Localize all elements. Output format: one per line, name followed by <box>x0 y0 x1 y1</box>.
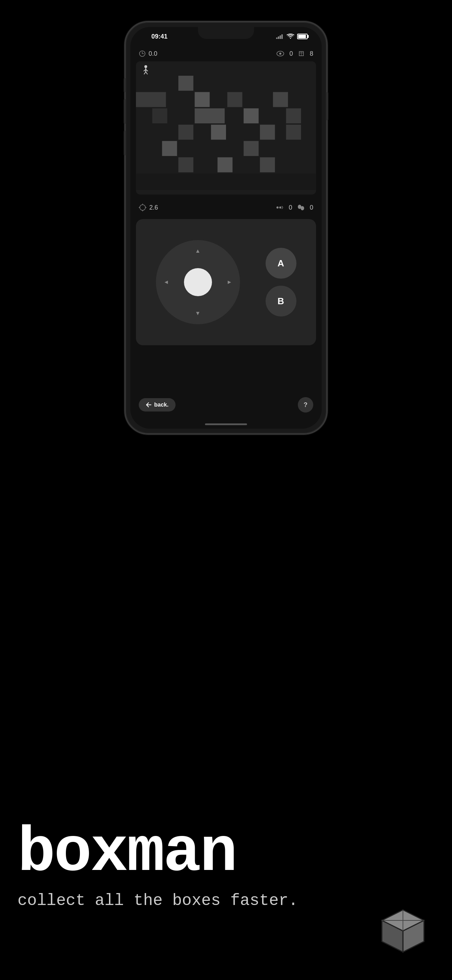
phone-screen: 09:41 <box>131 27 321 429</box>
volume-down-button <box>124 131 126 155</box>
svg-line-35 <box>146 72 148 74</box>
box-logo <box>375 903 431 959</box>
svg-point-6 <box>279 52 282 55</box>
timer-icon <box>139 50 146 57</box>
svg-rect-22 <box>260 125 275 140</box>
timer-value: 0.0 <box>148 50 157 57</box>
crosshair-value: 2.6 <box>149 204 158 212</box>
back-arrow-icon <box>146 402 151 407</box>
btn-b[interactable]: B <box>266 286 296 317</box>
bullets-icon <box>276 204 284 211</box>
home-indicator <box>205 423 247 425</box>
dpad[interactable]: ▲ ▼ ◄ ► <box>156 240 240 324</box>
svg-line-34 <box>144 72 146 74</box>
bottom-nav: back. ? <box>131 395 321 415</box>
mute-button <box>124 78 126 92</box>
battery-fill <box>298 35 306 38</box>
status-time: 09:41 <box>151 33 167 40</box>
boxes-value: 8 <box>310 50 313 57</box>
crosshair-icon <box>139 204 146 212</box>
wifi-icon <box>286 33 294 39</box>
svg-point-44 <box>301 206 304 210</box>
app-title: boxman <box>18 822 434 885</box>
hud-timer: 0.0 <box>139 50 157 57</box>
eyes-icon <box>276 51 285 57</box>
game-grid <box>136 61 316 194</box>
dpad-center <box>184 268 212 296</box>
hud-items: 0 0 <box>276 204 313 212</box>
help-button[interactable]: ? <box>298 397 313 412</box>
svg-rect-29 <box>136 173 316 190</box>
hud-right: 0 8 <box>276 50 313 57</box>
svg-rect-14 <box>228 92 242 107</box>
power-button <box>326 92 328 120</box>
svg-rect-19 <box>286 108 301 123</box>
controller-area: ▲ ▼ ◄ ► A B <box>136 219 316 345</box>
svg-rect-2 <box>280 35 281 39</box>
svg-point-30 <box>144 65 147 68</box>
app-subtitle: collect all the boxes faster. <box>18 892 434 910</box>
svg-rect-28 <box>260 158 275 172</box>
notch <box>198 27 254 39</box>
game-hud-top: 0.0 0 8 <box>131 46 321 61</box>
battery-icon <box>297 33 308 39</box>
svg-rect-13 <box>195 92 210 107</box>
signal-icon <box>276 34 284 39</box>
svg-rect-20 <box>178 125 193 140</box>
svg-rect-12 <box>136 92 166 107</box>
svg-rect-18 <box>244 108 259 123</box>
eyes-value: 0 <box>290 50 293 57</box>
action-buttons: A B <box>266 248 296 317</box>
status-icons <box>276 33 308 39</box>
dots-value: 0 <box>289 204 292 212</box>
footsteps-icon <box>297 204 305 211</box>
svg-rect-25 <box>244 141 259 156</box>
svg-rect-1 <box>278 37 279 39</box>
hud-crosshair: 2.6 <box>139 204 158 212</box>
back-button[interactable]: back. <box>139 398 175 412</box>
svg-point-42 <box>279 207 282 208</box>
back-label: back. <box>154 402 169 408</box>
app-branding: boxman collect all the boxes faster. <box>0 822 452 910</box>
btn-a[interactable]: A <box>266 248 296 278</box>
svg-rect-27 <box>218 158 232 172</box>
svg-rect-24 <box>162 141 177 156</box>
footsteps-value: 0 <box>310 204 313 212</box>
svg-rect-3 <box>282 34 283 39</box>
svg-rect-16 <box>153 108 167 123</box>
svg-rect-17 <box>195 108 225 123</box>
svg-rect-15 <box>273 92 288 107</box>
dpad-up[interactable]: ▲ <box>195 248 201 254</box>
svg-rect-26 <box>178 158 193 172</box>
svg-rect-11 <box>178 76 193 91</box>
box-icon <box>298 50 305 57</box>
svg-rect-0 <box>276 38 277 39</box>
svg-rect-21 <box>211 125 226 140</box>
player-icon <box>141 65 151 75</box>
game-hud-bottom: 2.6 0 0 <box>131 199 321 216</box>
svg-rect-23 <box>286 125 301 140</box>
dpad-left[interactable]: ◄ <box>164 279 169 285</box>
phone-frame: 09:41 <box>124 21 328 434</box>
svg-point-36 <box>140 205 145 210</box>
dpad-down[interactable]: ▼ <box>195 310 201 317</box>
svg-point-41 <box>277 207 279 208</box>
volume-up-button <box>124 99 126 124</box>
dpad-right[interactable]: ► <box>227 279 232 285</box>
